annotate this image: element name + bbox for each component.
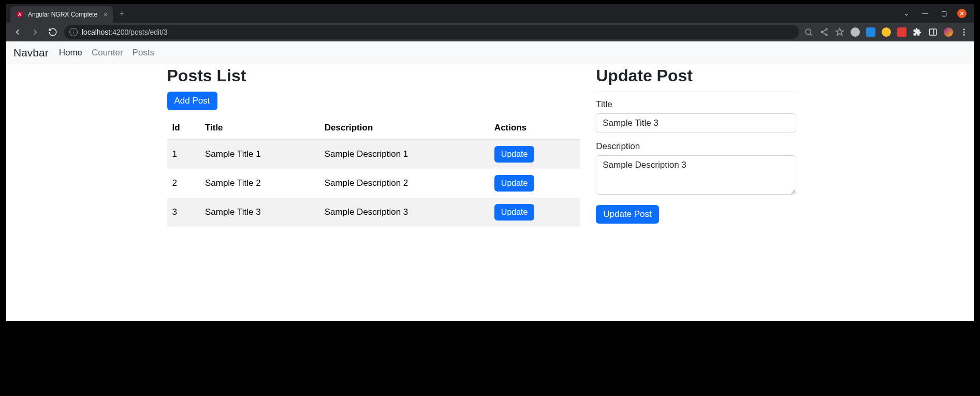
table-row: 1 Sample Title 1 Sample Description 1 Up…	[167, 140, 581, 169]
chevron-down-icon[interactable]: ⌄	[899, 8, 914, 19]
title-input[interactable]	[596, 113, 796, 133]
navbar-brand[interactable]: Navbar	[13, 47, 49, 59]
nav-link-counter[interactable]: Counter	[92, 48, 123, 58]
cell-description: Sample Description 3	[319, 198, 489, 227]
nav-link-posts[interactable]: Posts	[133, 48, 155, 58]
posts-list-heading: Posts List	[167, 66, 581, 85]
divider	[596, 92, 796, 92]
browser-chrome: Angular NGRX Complete × + ⌄ — ▢ i localh…	[6, 4, 974, 41]
url-bar[interactable]: i localhost:4200/posts/edit/3	[64, 25, 799, 39]
angular-favicon-icon	[16, 10, 24, 19]
reload-button[interactable]	[47, 26, 59, 38]
share-icon[interactable]	[820, 27, 829, 37]
toolbar-right-icons	[804, 27, 969, 37]
svg-point-7	[963, 34, 965, 36]
svg-point-0	[806, 29, 811, 35]
update-post-section: Update Post Title Description Sample Des…	[596, 64, 796, 227]
extension-icon-3[interactable]	[882, 27, 891, 37]
svg-point-5	[963, 28, 965, 30]
nav-links: Home Counter Posts	[59, 48, 154, 58]
kebab-menu-icon[interactable]	[959, 27, 969, 37]
forward-button[interactable]	[29, 26, 41, 38]
table-row: 2 Sample Title 2 Sample Description 2 Up…	[167, 169, 581, 198]
update-button[interactable]: Update	[494, 146, 535, 163]
col-description: Description	[319, 116, 489, 140]
browser-tab[interactable]: Angular NGRX Complete ×	[10, 6, 113, 23]
site-info-icon[interactable]: i	[69, 28, 78, 36]
back-button[interactable]	[11, 26, 24, 38]
cell-title: Sample Title 2	[200, 169, 319, 198]
nav-link-home[interactable]: Home	[59, 48, 82, 58]
cell-description: Sample Description 1	[319, 140, 489, 169]
close-tab-icon[interactable]: ×	[104, 10, 108, 19]
title-label: Title	[596, 99, 796, 110]
col-actions: Actions	[489, 116, 580, 140]
svg-point-2	[821, 32, 823, 33]
profile-avatar-icon[interactable]	[944, 27, 953, 37]
svg-point-6	[963, 32, 965, 33]
extension-icon-1[interactable]	[851, 27, 860, 37]
extensions-puzzle-icon[interactable]	[913, 27, 922, 37]
cell-id: 2	[167, 169, 200, 198]
update-button[interactable]: Update	[494, 175, 535, 192]
cell-title: Sample Title 3	[200, 198, 319, 227]
tab-title: Angular NGRX Complete	[28, 11, 97, 18]
col-id: Id	[167, 116, 200, 140]
minimize-icon[interactable]: —	[918, 8, 932, 19]
bookmark-star-icon[interactable]	[835, 27, 844, 37]
posts-table: Id Title Description Actions 1 Sample Ti…	[167, 116, 581, 227]
side-panel-icon[interactable]	[928, 27, 938, 37]
extension-icon-4[interactable]	[897, 27, 906, 37]
page-content: Navbar Home Counter Posts Posts List Add…	[6, 41, 974, 321]
window-controls: ⌄ — ▢	[899, 8, 970, 19]
cell-id: 3	[167, 198, 200, 227]
posts-list-section: Posts List Add Post Id Title Description…	[167, 64, 581, 227]
svg-rect-4	[929, 29, 937, 35]
svg-point-1	[826, 28, 827, 30]
description-label: Description	[596, 141, 796, 152]
add-post-button[interactable]: Add Post	[167, 92, 217, 110]
tab-bar: Angular NGRX Complete × + ⌄ — ▢	[6, 4, 974, 23]
url-text: localhost:4200/posts/edit/3	[82, 28, 168, 36]
col-title: Title	[200, 116, 319, 140]
extension-icon-2[interactable]	[866, 27, 875, 37]
cell-title: Sample Title 1	[200, 140, 319, 169]
svg-point-3	[826, 34, 827, 36]
window-close-icon[interactable]	[957, 9, 967, 18]
new-tab-button[interactable]: +	[119, 8, 125, 19]
maximize-icon[interactable]: ▢	[937, 8, 951, 19]
cell-id: 1	[167, 140, 200, 169]
zoom-icon[interactable]	[804, 27, 813, 37]
cell-description: Sample Description 2	[319, 169, 489, 198]
table-row: 3 Sample Title 3 Sample Description 3 Up…	[167, 198, 581, 227]
description-textarea[interactable]: Sample Description 3	[596, 155, 796, 195]
update-button[interactable]: Update	[494, 204, 535, 221]
navbar: Navbar Home Counter Posts	[6, 41, 974, 64]
update-post-submit-button[interactable]: Update Post	[596, 205, 659, 224]
update-post-heading: Update Post	[596, 66, 796, 85]
browser-toolbar: i localhost:4200/posts/edit/3	[6, 23, 974, 41]
